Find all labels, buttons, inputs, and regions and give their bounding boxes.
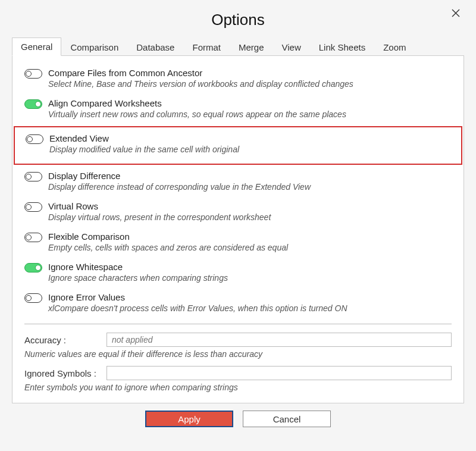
option-compare-ancestor: Compare Files from Common Ancestor Selec… — [24, 67, 452, 96]
toggle-compare-ancestor[interactable] — [24, 69, 42, 79]
close-icon — [452, 7, 460, 20]
separator — [24, 324, 452, 324]
option-title: Virtual Rows — [48, 201, 452, 211]
ignored-symbols-input[interactable] — [107, 366, 452, 380]
toggle-align-worksheets[interactable] — [24, 99, 42, 109]
option-display-difference: Display Difference Display difference in… — [24, 170, 452, 199]
option-title: Extended View — [49, 133, 450, 143]
accuracy-label: Accuracy : — [24, 335, 102, 345]
option-desc: Empty cells, cells with spaces and zeros… — [48, 243, 452, 252]
apply-button[interactable]: Apply — [145, 411, 233, 427]
toggle-ignore-whitespace[interactable] — [24, 263, 42, 273]
tab-bar: General Comparison Database Format Merge… — [0, 37, 476, 56]
option-ignore-error-values: Ignore Error Values xlCompare doesn't pr… — [24, 291, 452, 320]
option-desc: xlCompare doesn't process cells with Err… — [48, 303, 452, 313]
tab-link-sheets[interactable]: Link Sheets — [310, 38, 374, 56]
options-dialog: Options General Comparison Database Form… — [0, 0, 476, 451]
highlighted-option: Extended View Display modified value in … — [14, 126, 462, 165]
ignored-symbols-label: Ignored Symbols : — [24, 368, 102, 378]
option-desc: Display virtual rows, present in the cor… — [48, 212, 452, 222]
toggle-ignore-error-values[interactable] — [24, 293, 42, 303]
option-extended-view: Extended View Display modified value in … — [26, 132, 450, 161]
ignored-symbols-desc: Enter symbols you want to ignore when co… — [24, 383, 452, 392]
dialog-title: Options — [0, 0, 476, 37]
tab-database[interactable]: Database — [127, 38, 183, 56]
option-title: Display Difference — [48, 171, 452, 181]
toggle-virtual-rows[interactable] — [24, 202, 42, 212]
option-desc: Display difference instead of correspond… — [48, 182, 452, 192]
toggle-extended-view[interactable] — [26, 134, 43, 144]
tab-general[interactable]: General — [12, 37, 61, 56]
option-virtual-rows: Virtual Rows Display virtual rows, prese… — [24, 200, 452, 229]
cancel-button[interactable]: Cancel — [243, 411, 331, 427]
option-desc: Select Mine, Base and Theirs version of … — [48, 79, 452, 89]
accuracy-input[interactable] — [107, 333, 452, 347]
toggle-flexible-comparison[interactable] — [24, 233, 42, 242]
option-title: Ignore Error Values — [48, 292, 452, 302]
tab-comparison[interactable]: Comparison — [61, 38, 127, 56]
option-flexible-comparison: Flexible Comparison Empty cells, cells w… — [24, 230, 452, 259]
tab-merge[interactable]: Merge — [230, 38, 273, 56]
option-align-worksheets: Align Compared Worksheets Virtually inse… — [24, 97, 452, 126]
option-title: Flexible Comparison — [48, 231, 452, 242]
ignored-symbols-row: Ignored Symbols : — [24, 366, 452, 380]
button-bar: Apply Cancel — [0, 403, 476, 434]
toggle-display-difference[interactable] — [24, 172, 42, 181]
option-desc: Virtually insert new rows and columns, s… — [48, 109, 452, 119]
option-desc: Ignore space characters when comparing s… — [48, 273, 452, 283]
tab-zoom[interactable]: Zoom — [374, 38, 415, 56]
option-title: Ignore Whitespace — [48, 262, 452, 272]
option-title: Compare Files from Common Ancestor — [48, 68, 452, 78]
close-button[interactable] — [447, 5, 464, 21]
option-desc: Display modified value in the same cell … — [49, 145, 450, 154]
accuracy-desc: Numeric values are equal if their differ… — [24, 349, 452, 359]
accuracy-row: Accuracy : — [24, 333, 452, 347]
tab-format[interactable]: Format — [183, 38, 230, 56]
tab-view[interactable]: View — [273, 38, 310, 56]
option-ignore-whitespace: Ignore Whitespace Ignore space character… — [24, 261, 452, 290]
option-title: Align Compared Worksheets — [48, 98, 452, 108]
tab-content: Compare Files from Common Ancestor Selec… — [12, 55, 464, 403]
